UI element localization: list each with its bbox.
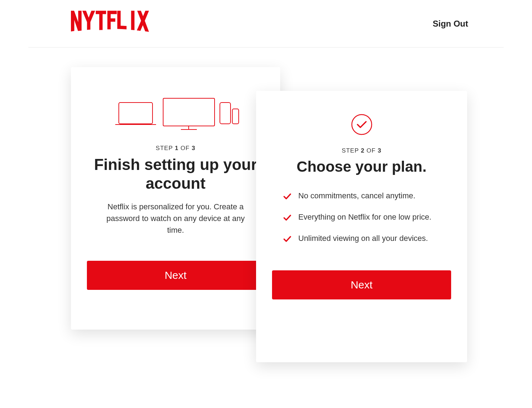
benefit-text: Everything on Netflix for one low price. (298, 212, 431, 223)
step-current: 1 (175, 145, 178, 151)
step-indicator: STEP 1 OF 3 (87, 145, 264, 152)
step-indicator: STEP 2 OF 3 (272, 147, 451, 154)
svg-rect-2 (163, 98, 215, 126)
benefit-item: No commitments, cancel anytime. (283, 191, 440, 203)
content-area: STEP 1 OF 3 Finish setting up your accou… (0, 48, 532, 406)
check-circle-icon (272, 114, 451, 137)
svg-point-7 (352, 115, 372, 134)
sign-out-link[interactable]: Sign Out (433, 19, 468, 29)
step-total: 3 (192, 145, 195, 151)
step-current: 2 (361, 147, 364, 154)
checkmark-icon (283, 235, 292, 245)
step-prefix: STEP (156, 145, 173, 151)
next-button[interactable]: Next (272, 270, 451, 299)
benefit-item: Unlimited viewing on all your devices. (283, 233, 440, 245)
benefits-list: No commitments, cancel anytime. Everythi… (272, 183, 451, 265)
card-title: Choose your plan. (272, 158, 451, 176)
devices-icon (87, 95, 264, 132)
checkmark-icon (283, 192, 292, 203)
card-subtitle: Netflix is personalized for you. Create … (87, 201, 264, 236)
card-title: Finish setting up your account (87, 155, 264, 193)
step-of: OF (367, 147, 376, 154)
svg-rect-6 (232, 109, 239, 124)
step-prefix: STEP (342, 147, 359, 154)
benefit-text: No commitments, cancel anytime. (298, 191, 415, 202)
setup-account-card: STEP 1 OF 3 Finish setting up your accou… (71, 67, 280, 330)
checkmark-icon (283, 213, 292, 224)
step-of: OF (181, 145, 190, 151)
svg-rect-0 (119, 103, 153, 124)
choose-plan-card: STEP 2 OF 3 Choose your plan. No commitm… (256, 91, 467, 362)
header: Sign Out (28, 0, 504, 48)
benefit-text: Unlimited viewing on all your devices. (298, 233, 428, 244)
step-total: 3 (378, 147, 381, 154)
next-button[interactable]: Next (87, 261, 264, 290)
svg-rect-5 (220, 103, 231, 124)
benefit-item: Everything on Netflix for one low price. (283, 212, 440, 224)
netflix-logo[interactable] (71, 11, 149, 37)
